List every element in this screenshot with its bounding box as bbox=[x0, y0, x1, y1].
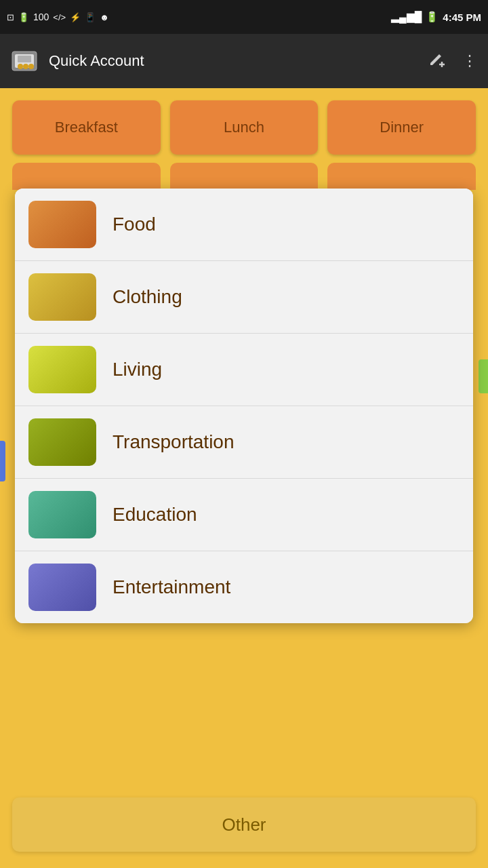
sim-icon: ⊡ bbox=[7, 12, 14, 22]
battery-percent-label: 100 bbox=[33, 12, 49, 22]
entertainment-label: Entertainment bbox=[113, 576, 230, 598]
green-side-tab bbox=[479, 359, 488, 393]
phone-icon: 📱 bbox=[85, 12, 96, 22]
code-icon: </> bbox=[53, 12, 66, 22]
transportation-label: Transportation bbox=[113, 431, 235, 453]
other-button[interactable]: Other bbox=[12, 797, 476, 852]
time-display: 4:45 PM bbox=[443, 12, 481, 23]
entertainment-color-swatch bbox=[28, 564, 96, 611]
category-education-item[interactable]: Education bbox=[15, 479, 473, 551]
edit-add-button[interactable] bbox=[427, 50, 446, 73]
category-dropdown: Food Clothing Living Transportation Educ… bbox=[15, 189, 473, 623]
dinner-button[interactable]: Dinner bbox=[327, 100, 476, 155]
blue-side-tab bbox=[0, 441, 5, 481]
education-label: Education bbox=[113, 504, 197, 526]
clothing-color-swatch bbox=[28, 273, 96, 321]
svg-point-2 bbox=[18, 64, 23, 69]
lunch-button[interactable]: Lunch bbox=[170, 100, 319, 155]
status-left-icons: ⊡ 🔋 100 </> ⚡ 📱 ☻ bbox=[7, 12, 109, 22]
category-entertainment-item[interactable]: Entertainment bbox=[15, 551, 473, 623]
battery-percent-icon: 🔋 bbox=[18, 12, 29, 22]
category-living-item[interactable]: Living bbox=[15, 334, 473, 406]
svg-point-3 bbox=[23, 64, 28, 69]
app-title: Quick Account bbox=[49, 52, 427, 70]
living-color-swatch bbox=[28, 346, 96, 393]
status-right-info: ▂▄▆█ 🔋 4:45 PM bbox=[391, 11, 481, 23]
app-logo bbox=[11, 46, 41, 76]
food-label: Food bbox=[113, 214, 156, 235]
transportation-color-swatch bbox=[28, 418, 96, 466]
category-food-item[interactable]: Food bbox=[15, 189, 473, 261]
breakfast-button[interactable]: Breakfast bbox=[12, 100, 161, 155]
clothing-label: Clothing bbox=[113, 286, 182, 308]
svg-point-4 bbox=[28, 64, 34, 69]
category-transportation-item[interactable]: Transportation bbox=[15, 406, 473, 479]
signal-icon: ▂▄▆█ bbox=[391, 11, 422, 23]
category-clothing-item[interactable]: Clothing bbox=[15, 261, 473, 334]
partial-btn-3 bbox=[327, 163, 476, 190]
partial-btn-1 bbox=[12, 163, 161, 190]
title-bar: Quick Account ⋮ bbox=[0, 34, 488, 88]
battery-icon: 🔋 bbox=[426, 11, 439, 23]
partial-btn-2 bbox=[170, 163, 319, 190]
living-label: Living bbox=[113, 359, 162, 380]
main-content: Breakfast Lunch Dinner Food Clothing Liv… bbox=[0, 88, 488, 868]
food-color-swatch bbox=[28, 201, 96, 248]
usb-icon: ⚡ bbox=[70, 12, 81, 22]
title-actions: ⋮ bbox=[427, 50, 477, 73]
meal-buttons-row: Breakfast Lunch Dinner bbox=[12, 100, 476, 155]
status-bar: ⊡ 🔋 100 </> ⚡ 📱 ☻ ▂▄▆█ 🔋 4:45 PM bbox=[0, 0, 488, 34]
education-color-swatch bbox=[28, 491, 96, 538]
partial-buttons-row bbox=[12, 163, 476, 190]
android-icon: ☻ bbox=[100, 12, 109, 22]
svg-rect-5 bbox=[18, 56, 31, 62]
overflow-menu-button[interactable]: ⋮ bbox=[462, 52, 477, 70]
